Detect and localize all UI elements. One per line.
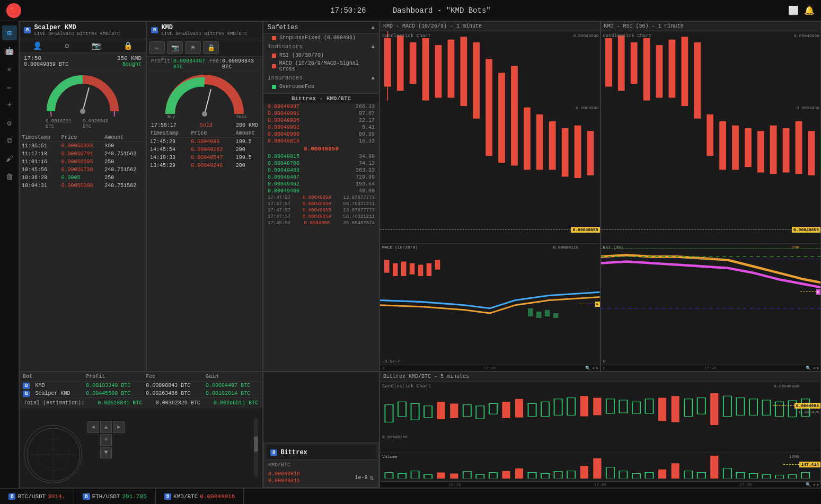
bell-icon[interactable]: 🔔: [804, 5, 815, 16]
table-row: 14:10:33 0.00049547 199.5: [147, 154, 262, 162]
sidebar-item-copy[interactable]: ⧉: [2, 134, 17, 148]
ob-bid-price: 0.00049468: [268, 167, 299, 173]
svg-rect-121: [736, 472, 744, 479]
kmd-bot-icon: B: [151, 27, 158, 33]
scalper-tool-lock[interactable]: 🔒: [123, 41, 133, 50]
scalper-btc-high: 0.0026349 BTC: [83, 119, 120, 129]
sidebar-item-add[interactable]: +: [2, 98, 17, 112]
svg-rect-88: [736, 398, 744, 415]
macd-candlestick-label: Candlestick Chart: [382, 33, 431, 39]
statusbar: B BTC/USDT 3914. B ETH/USDT 291.785 B KM…: [0, 488, 821, 504]
macd-zoom-icon[interactable]: 🔍: [585, 366, 590, 370]
scalper-tool-settings[interactable]: ⚙: [65, 41, 69, 50]
insurances-expand[interactable]: ▲: [371, 75, 375, 81]
indicators-section[interactable]: Indicators ▲: [263, 42, 379, 51]
ob-bids[interactable]: 0.0004981534.990.0004970074.130.00049468…: [263, 153, 379, 194]
svg-rect-33: [528, 308, 533, 316]
svg-rect-37: [605, 38, 612, 86]
macd-nav-right[interactable]: ►: [596, 366, 599, 370]
sidebar-item-bots[interactable]: 🤖: [2, 43, 17, 58]
svg-rect-74: [554, 399, 562, 415]
kmd-btc-time-axis: 16:30 17:00 17:30 🔍 ◄ ►: [380, 481, 820, 488]
kmd-th-amount: Amount: [233, 129, 262, 138]
kmd-trades-table: Timestamp Price Amount 17:45:29 0.000498…: [147, 129, 262, 170]
map-slider-thumb[interactable]: [254, 436, 258, 452]
insurances-section[interactable]: Insurances ▲: [263, 73, 379, 83]
sidebar-item-dashboard[interactable]: ⊞: [2, 25, 17, 40]
svg-rect-77: [593, 398, 601, 415]
sidebar-item-close[interactable]: ✕: [2, 61, 17, 76]
bots-summary-table: Bot Profit Fee Gain B KMD 0.00183340 BTC…: [20, 372, 262, 397]
svg-rect-99: [450, 473, 458, 479]
safeties-orderbook-panel: Safeties ▲ StopLossFixed (0.000486) Indi…: [263, 21, 379, 372]
svg-rect-102: [489, 472, 497, 479]
sidebar-item-edit[interactable]: ✏: [2, 79, 17, 94]
ob-recent-trades[interactable]: 17:47:570.0004985913.8787777317:47:570.0…: [263, 194, 379, 371]
ob-ask-amount: 266.33: [356, 104, 375, 110]
map-btn-down[interactable]: ▼: [100, 447, 112, 458]
rsi-nav-left[interactable]: ◄: [813, 366, 815, 370]
svg-rect-96: [411, 471, 419, 478]
map-btn-up[interactable]: ▲: [100, 421, 112, 433]
safeties-expand[interactable]: ▲: [371, 24, 375, 31]
kmd-tb-camera[interactable]: 📷: [167, 41, 183, 54]
status-btc-label: BTC/USDT: [17, 493, 46, 500]
ob-ask-price: 0.00049902: [268, 125, 299, 130]
stoploss-label: StopLossFixed (0.000486): [279, 35, 356, 41]
bittrex-mini-price1: 0.00049816: [268, 471, 300, 477]
bittrex-mini-icon: B: [270, 449, 277, 456]
bittrex-mini-arrows[interactable]: ⇅: [370, 473, 374, 482]
sidebar-item-settings[interactable]: ⚙: [2, 116, 17, 130]
bottom-mid-bg: [263, 372, 379, 443]
svg-line-1: [83, 87, 89, 111]
svg-rect-86: [710, 393, 718, 425]
ob-ask-row: 0.00049997266.33: [263, 103, 379, 110]
sidebar-item-brush[interactable]: 🖌: [2, 152, 17, 166]
kmd-btc-zoom-icon[interactable]: 🔍: [806, 482, 811, 487]
recent-time: 17:47:57: [268, 208, 290, 213]
rsi-price-mid: 0.0004988: [797, 105, 819, 110]
bittrex-mini-tick: 1e-8 ⇅: [355, 473, 374, 482]
kmd-tb-lock[interactable]: 🔒: [203, 41, 219, 54]
kmd-btc-nav-left[interactable]: ◄: [813, 482, 815, 487]
kmd-trades-scroll[interactable]: Timestamp Price Amount 17:45:29 0.000498…: [147, 129, 262, 371]
rsi-zoom-icon[interactable]: 🔍: [806, 366, 811, 370]
map-slider[interactable]: [254, 419, 258, 477]
kmd-btc-candle-label: Candlestick Chart: [382, 384, 431, 389]
scalper-tool-chart[interactable]: 📷: [92, 41, 101, 50]
svg-rect-101: [476, 474, 484, 479]
svg-rect-114: [645, 472, 653, 479]
map-btn-right[interactable]: ►: [113, 421, 125, 433]
kmd-volume-high: 1600: [789, 454, 799, 459]
kmd-profit-row: Profit: 0.00084497 BTC Fee: 0.00098843 B…: [147, 57, 262, 72]
indicators-expand[interactable]: ▲: [371, 43, 375, 50]
trade-time: 10:04:31: [20, 182, 59, 190]
map-btn-left[interactable]: ◄: [87, 421, 99, 433]
trade-price: 0.00050333: [59, 142, 103, 151]
macd-indicator-label: MACD (10/26/9/MACD-Signal Cross: [279, 60, 375, 72]
kmd-tb-flag[interactable]: ⚑: [185, 41, 201, 54]
trade-price: 0.0005: [59, 174, 103, 182]
kmd-tb-edit[interactable]: ✏: [149, 41, 165, 54]
sidebar-item-delete[interactable]: 🗑: [2, 170, 17, 184]
table-row: 11:17:18 0.00050791 248.751562: [20, 150, 146, 158]
macd-nav-left[interactable]: ◄: [592, 366, 595, 370]
status-kmd-icon: B: [164, 493, 171, 500]
bot-gain: 0.00084497 BTC: [202, 382, 262, 390]
ob-asks[interactable]: 0.00049997266.330.0004999197.670.0004998…: [263, 103, 379, 145]
ob-bid-amount: 74.13: [359, 161, 375, 166]
svg-rect-113: [632, 473, 640, 479]
svg-rect-12: [448, 40, 455, 98]
scalper-tool-user[interactable]: 👤: [33, 41, 42, 50]
rsi-nav-right[interactable]: ►: [817, 366, 819, 370]
scalper-trades-scroll[interactable]: Timestamp Price Amount 11:35:51 0.000503…: [20, 134, 146, 371]
kmd-trade-time: 17:50:17: [151, 122, 176, 128]
svg-rect-83: [672, 396, 679, 422]
svg-rect-79: [619, 400, 627, 413]
trade-price: 0.0004988: [188, 138, 232, 146]
screen-icon[interactable]: ⬜: [788, 5, 799, 16]
kmd-gauge-area: Buy Sell: [147, 72, 262, 121]
topbar: 🔴 17:50:26 Dashboard - "KMD Bots" ⬜ 🔔: [0, 0, 821, 21]
map-btn-plus[interactable]: +: [100, 434, 112, 446]
kmd-btc-nav-right[interactable]: ►: [817, 482, 819, 487]
